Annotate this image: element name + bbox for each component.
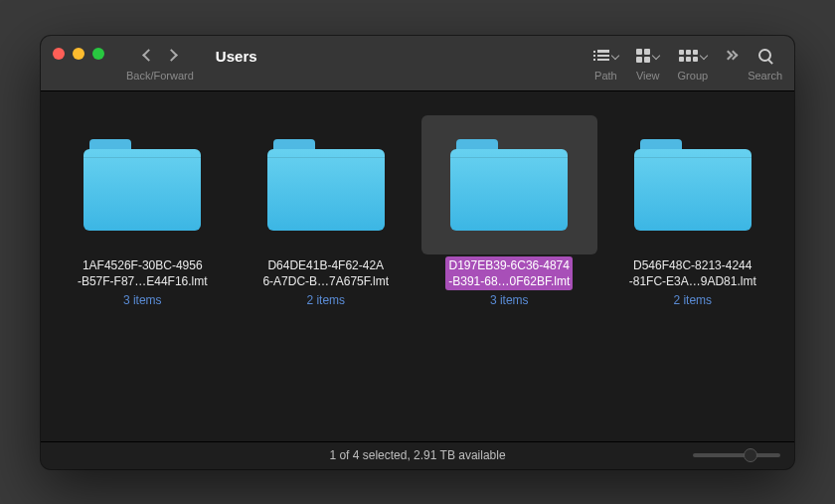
maximize-button[interactable] (92, 48, 104, 60)
overflow-button[interactable] (726, 46, 736, 66)
status-bar: 1 of 4 selected, 2.91 TB available (41, 441, 794, 469)
folder-item[interactable]: D546F48C-8213-4244-81FC-E3A…9AD81.lmt2 i… (605, 115, 781, 307)
chevron-down-icon (611, 51, 619, 59)
nav-group: Back/Forward (126, 46, 194, 82)
chevron-down-icon (700, 51, 708, 59)
item-name: D546F48C-8213-4244-81FC-E3A…9AD81.lmt (626, 256, 759, 290)
path-button[interactable] (593, 46, 618, 66)
nav-label: Back/Forward (126, 70, 194, 82)
minimize-button[interactable] (73, 48, 84, 60)
back-button[interactable] (142, 49, 155, 62)
item-meta: 2 items (605, 293, 781, 307)
search-icon (758, 49, 771, 62)
zoom-slider[interactable] (693, 453, 780, 457)
chevron-down-icon (652, 51, 660, 59)
grid-icon (636, 49, 650, 63)
folder-icon (450, 139, 568, 231)
group-icon (679, 50, 698, 62)
icon-view[interactable]: 1AF4526F-30BC-4956-B57F-F87…E44F16.lmt3 … (41, 91, 794, 441)
view-group: View (636, 46, 660, 82)
page-title: Users (216, 46, 257, 65)
folder-thumb[interactable] (55, 115, 231, 254)
folder-thumb[interactable] (421, 115, 597, 254)
close-button[interactable] (53, 48, 65, 60)
path-group: Path (593, 46, 618, 82)
folder-icon (267, 139, 385, 231)
group-group: Group (678, 46, 709, 82)
overflow-group (726, 46, 736, 82)
item-meta: 2 items (239, 293, 415, 307)
item-meta: 3 items (421, 293, 597, 307)
zoom-knob[interactable] (744, 448, 757, 462)
item-meta: 3 items (55, 293, 231, 307)
folder-item[interactable]: 1AF4526F-30BC-4956-B57F-F87…E44F16.lmt3 … (55, 115, 231, 307)
search-group: Search (748, 46, 782, 82)
folder-icon (634, 139, 752, 231)
search-button[interactable] (758, 46, 771, 66)
forward-button[interactable] (165, 49, 178, 62)
list-icon (593, 50, 609, 62)
group-label: Group (678, 70, 709, 82)
folder-item[interactable]: D64DE41B-4F62-42A6-A7DC-B…7A675F.lmt2 it… (239, 115, 415, 307)
view-label: View (636, 70, 660, 82)
finder-window: Back/Forward Users Path View (41, 36, 794, 469)
item-name: D64DE41B-4F62-42A6-A7DC-B…7A675F.lmt (259, 256, 392, 290)
path-label: Path (594, 70, 617, 82)
double-chevron-icon (726, 52, 736, 59)
folder-icon (84, 139, 201, 231)
folder-thumb[interactable] (239, 115, 415, 254)
view-button[interactable] (636, 46, 659, 66)
folder-thumb[interactable] (605, 115, 781, 254)
folder-item[interactable]: D197EB39-6C36-4874-B391-68…0F62BF.lmt3 i… (421, 115, 597, 307)
toolbar: Back/Forward Users Path View (41, 36, 794, 91)
traffic-lights (53, 46, 104, 60)
item-name: D197EB39-6C36-4874-B391-68…0F62BF.lmt (445, 256, 573, 290)
group-button[interactable] (679, 46, 707, 66)
search-label: Search (748, 70, 782, 82)
item-name: 1AF4526F-30BC-4956-B57F-F87…E44F16.lmt (75, 256, 211, 290)
status-text: 1 of 4 selected, 2.91 TB available (329, 448, 505, 462)
